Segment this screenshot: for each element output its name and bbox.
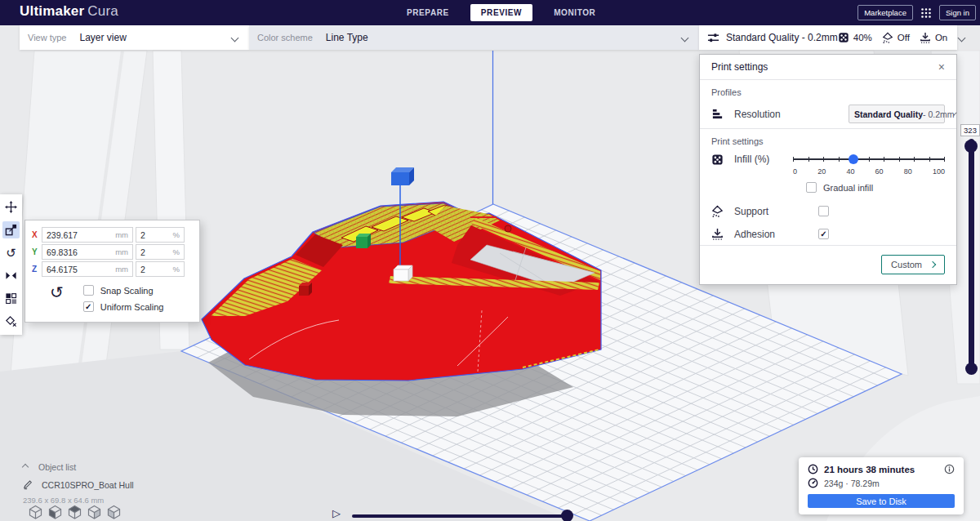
view-type-label: View type — [28, 33, 67, 42]
chevron-down-icon — [958, 33, 966, 42]
layer-slider-bottom-handle[interactable] — [965, 363, 978, 375]
resolution-row: Resolution Standard Quality - 0.2mm — [700, 99, 956, 128]
scale-x-mm-input[interactable]: 239.617mm — [42, 227, 133, 243]
object-list-label: Object list — [38, 462, 76, 472]
axis-label-z: Z — [32, 265, 42, 274]
view-front-button[interactable] — [47, 505, 63, 520]
color-scheme-label: Color scheme — [257, 33, 313, 42]
play-button[interactable]: ▷ — [332, 507, 341, 519]
resolution-label: Resolution — [734, 109, 793, 120]
tab-monitor[interactable]: MONITOR — [554, 8, 595, 17]
snap-scaling-label: Snap Scaling — [100, 286, 154, 296]
gizmo-z-handle[interactable] — [391, 167, 414, 185]
move-tool-button[interactable] — [2, 198, 20, 216]
infill-slider-handle[interactable] — [849, 154, 858, 164]
object-list-item[interactable]: CCR10SPRO_Boat Hull — [23, 479, 134, 490]
scale-y-percent-input[interactable]: 2% — [136, 244, 185, 260]
adhesion-label: Adhesion — [734, 229, 793, 240]
view-left-button[interactable] — [87, 505, 102, 520]
support-blocker-button[interactable] — [2, 313, 20, 330]
adhesion-icon — [920, 32, 931, 43]
layer-slider-top-handle[interactable] — [964, 140, 978, 153]
summary-profile: Standard Quality - 0.2mm — [726, 32, 838, 43]
color-scheme-value: Line Type — [326, 32, 368, 43]
support-checkbox[interactable]: ✓ — [818, 206, 829, 216]
app-switcher-icon[interactable] — [920, 7, 932, 19]
cura-window: UltimakerCura PREPARE PREVIEW MONITOR Ma… — [0, 0, 980, 521]
scale-x-percent-input[interactable]: 2% — [136, 227, 185, 243]
gizmo-center-handle[interactable] — [394, 265, 412, 281]
sign-in-button[interactable]: Sign in — [939, 5, 976, 20]
layers-icon — [711, 108, 724, 120]
object-list-toggle[interactable]: Object list — [23, 462, 134, 472]
view-top-button[interactable] — [67, 505, 82, 520]
scale-z-mm-input[interactable]: 64.6175mm — [42, 261, 133, 277]
layer-number-box[interactable]: 323 — [960, 124, 980, 136]
print-settings-summary[interactable]: Standard Quality - 0.2mm 40% Off On — [699, 25, 957, 50]
layer-slider-track[interactable] — [969, 139, 974, 374]
scale-tool-panel: X 239.617mm 2% Y 69.8316mm 2% Z 64.6175m… — [24, 220, 200, 323]
chevron-right-icon — [929, 261, 936, 268]
view-3d-button[interactable] — [28, 505, 43, 520]
scale-row-z: Z 64.6175mm 2% — [32, 261, 194, 277]
uniform-scaling-checkbox[interactable]: ✓ — [83, 301, 94, 312]
reset-scale-button[interactable]: ↺ — [50, 284, 64, 312]
scale-tool-button[interactable] — [2, 221, 20, 238]
color-scheme-dropdown[interactable]: Color scheme Line Type — [249, 25, 699, 50]
rotate-tool-button[interactable]: ↺ — [2, 244, 20, 261]
tab-prepare[interactable]: PREPARE — [407, 8, 449, 17]
material-icon — [808, 478, 818, 488]
view-type-value: Layer view — [80, 32, 127, 43]
snap-scaling-checkbox[interactable]: ✓ — [83, 285, 94, 296]
support-icon — [882, 32, 893, 43]
gradual-infill-checkbox[interactable]: ✓ — [806, 182, 817, 193]
close-icon[interactable]: × — [938, 60, 945, 73]
stage-tabs: PREPARE PREVIEW MONITOR — [407, 0, 595, 25]
model-dimensions: 239.6 x 69.8 x 64.6 mm — [23, 496, 134, 505]
infill-label: Infill (%) — [734, 154, 793, 165]
path-slider-track[interactable] — [352, 514, 571, 518]
uniform-scaling-option: ✓ Uniform Scaling — [83, 301, 164, 312]
infill-slider: 020406080100 — [793, 154, 945, 176]
material-estimate: 234g · 78.29m — [824, 479, 880, 488]
chevron-down-icon — [231, 33, 239, 42]
gizmo-y-handle[interactable] — [356, 234, 371, 248]
print-job-card: 21 hours 38 minutes 234g · 78.29m Save t… — [799, 457, 964, 514]
summary-infill: 40% — [853, 33, 872, 42]
adhesion-checkbox[interactable]: ✓ — [818, 229, 829, 239]
scale-z-percent-input[interactable]: 2% — [136, 261, 185, 277]
custom-settings-button[interactable]: Custom — [881, 255, 945, 274]
save-to-disk-button[interactable]: Save to Disk — [808, 494, 955, 508]
print-time-estimate: 21 hours 38 minutes — [824, 465, 915, 474]
adhesion-row: Adhesion ✓ — [700, 222, 956, 245]
gizmo-x-handle[interactable] — [299, 283, 312, 296]
view-right-button[interactable] — [106, 505, 122, 520]
tab-preview[interactable]: PREVIEW — [470, 4, 532, 21]
info-icon[interactable] — [944, 464, 955, 474]
axis-label-x: X — [32, 230, 42, 239]
chevron-down-icon — [681, 33, 689, 42]
settings-heading: Print settings — [700, 129, 956, 148]
rotate-icon: ↺ — [6, 246, 16, 260]
marketplace-button[interactable]: Marketplace — [858, 5, 913, 20]
mirror-tool-button[interactable] — [2, 267, 20, 284]
summary-values: 40% Off On — [838, 32, 967, 43]
summary-support: Off — [898, 33, 910, 42]
profiles-heading: Profiles — [700, 80, 956, 99]
clock-icon — [808, 464, 818, 474]
view-type-dropdown[interactable]: View type Layer view — [20, 25, 249, 50]
logo-secondary: Cura — [87, 3, 118, 19]
chevron-up-icon — [22, 464, 29, 470]
path-slider-handle[interactable] — [561, 510, 573, 521]
object-list: Object list CCR10SPRO_Boat Hull 239.6 x … — [23, 462, 134, 505]
scale-y-mm-input[interactable]: 69.8316mm — [42, 244, 133, 260]
model-file-name: CCR10SPRO_Boat Hull — [42, 480, 134, 490]
resolution-value: Standard Quality — [854, 109, 923, 119]
resolution-value-suffix: - 0.2mm — [923, 109, 955, 119]
print-settings-panel: Print settings × Profiles Resolution Sta… — [699, 54, 957, 285]
resolution-dropdown[interactable]: Standard Quality - 0.2mm — [849, 105, 945, 123]
per-model-settings-button[interactable] — [2, 290, 20, 307]
infill-slider-track[interactable] — [793, 154, 945, 165]
app-header: UltimakerCura PREPARE PREVIEW MONITOR Ma… — [0, 0, 980, 25]
infill-row: Infill (%) 020406080100 — [700, 148, 956, 180]
